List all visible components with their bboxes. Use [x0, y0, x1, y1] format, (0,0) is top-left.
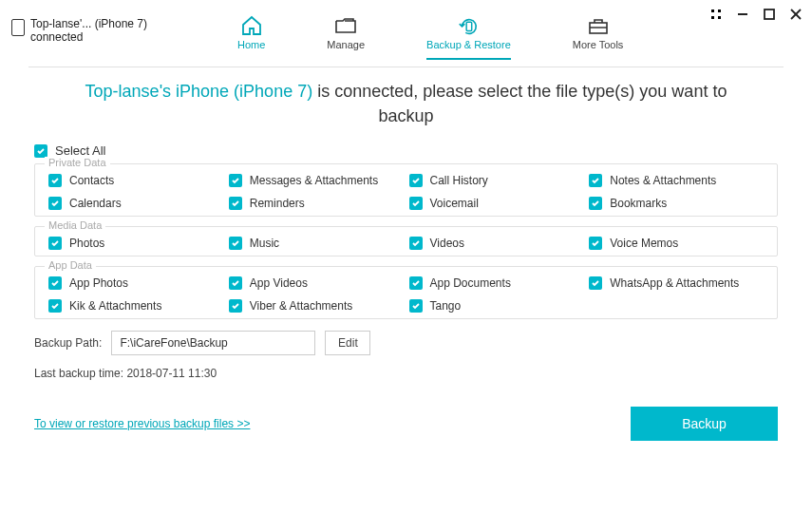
select-all-label: Select All: [55, 143, 105, 158]
restore-icon: [457, 15, 480, 36]
group-private-items: ContactsMessages & AttachmentsCall Histo…: [48, 174, 764, 210]
checkbox[interactable]: [48, 197, 62, 210]
list-item: App Photos: [48, 276, 223, 290]
edit-button[interactable]: Edit: [325, 331, 370, 355]
list-item: Notes & Attachments: [589, 174, 764, 187]
checkbox[interactable]: [48, 299, 62, 313]
nav: Home Manage Backup & Restore More Tools: [237, 0, 623, 60]
checkbox[interactable]: [229, 299, 242, 313]
item-label: Call History: [430, 174, 488, 187]
group-app: App Data App PhotosApp VideosApp Documen…: [34, 266, 778, 319]
backup-path-row: Backup Path: Edit: [34, 331, 747, 355]
list-item: Call History: [409, 174, 584, 187]
nav-manage[interactable]: Manage: [327, 15, 365, 60]
item-label: Voicemail: [430, 197, 479, 210]
item-label: Messages & Attachments: [250, 174, 378, 187]
list-item: Kik & Attachments: [48, 299, 223, 313]
checkbox[interactable]: [409, 174, 423, 187]
device-text: Top-lanse'... (iPhone 7) connected: [30, 17, 147, 44]
checkbox[interactable]: [409, 299, 423, 313]
nav-backup[interactable]: Backup & Restore: [426, 15, 511, 60]
checkbox[interactable]: [409, 237, 423, 250]
group-private: Private Data ContactsMessages & Attachme…: [34, 163, 778, 217]
checkbox[interactable]: [229, 237, 242, 250]
footer: To view or restore previous backup files…: [34, 407, 778, 441]
item-label: Tango: [430, 299, 462, 313]
list-item: App Documents: [409, 276, 584, 290]
last-backup-time: Last backup time: 2018-07-11 11:30: [34, 367, 747, 380]
list-item: Videos: [409, 237, 584, 250]
phone-icon: [11, 19, 25, 36]
group-private-title: Private Data: [45, 157, 110, 168]
minimize-icon[interactable]: [736, 8, 749, 21]
close-icon[interactable]: [789, 8, 803, 21]
checkbox[interactable]: [409, 276, 423, 290]
item-label: Notes & Attachments: [610, 174, 716, 187]
nav-tools-label: More Tools: [573, 39, 624, 50]
checkbox[interactable]: [589, 276, 602, 290]
nav-home[interactable]: Home: [237, 15, 265, 60]
nav-home-label: Home: [237, 39, 265, 50]
svg-rect-5: [718, 16, 721, 19]
checkbox[interactable]: [229, 174, 242, 187]
checkbox[interactable]: [229, 197, 242, 210]
nav-tools[interactable]: More Tools: [573, 15, 624, 60]
backup-path-input[interactable]: [111, 331, 315, 355]
item-label: Voice Memos: [610, 237, 678, 250]
svg-rect-2: [711, 10, 714, 12]
headline: Top-lanse's iPhone (iPhone 7) is connect…: [65, 79, 747, 128]
list-item: App Videos: [229, 276, 404, 290]
list-item: Music: [229, 237, 404, 250]
group-app-title: App Data: [45, 259, 96, 271]
toolbox-icon: [587, 15, 610, 36]
checkbox[interactable]: [409, 197, 423, 210]
item-label: Kik & Attachments: [69, 299, 161, 313]
svg-rect-4: [718, 10, 721, 12]
item-label: Reminders: [250, 197, 305, 210]
home-icon: [240, 15, 263, 36]
checkbox[interactable]: [48, 174, 62, 187]
previous-backups-link[interactable]: To view or restore previous backup files…: [34, 417, 250, 430]
maximize-icon[interactable]: [763, 8, 776, 21]
backup-button[interactable]: Backup: [631, 407, 778, 441]
svg-rect-3: [711, 16, 714, 19]
svg-rect-7: [765, 10, 774, 19]
backup-path-label: Backup Path:: [34, 336, 102, 350]
list-item: WhatsApp & Attachments: [589, 276, 764, 290]
nav-backup-label: Backup & Restore: [426, 39, 511, 50]
select-all-checkbox[interactable]: [34, 144, 47, 158]
menu-icon[interactable]: [709, 8, 723, 21]
list-item: Voicemail: [409, 197, 584, 210]
window-controls: [709, 8, 803, 21]
list-item: Voice Memos: [589, 237, 764, 250]
item-label: Videos: [430, 237, 464, 250]
item-label: WhatsApp & Attachments: [610, 276, 739, 290]
checkbox[interactable]: [589, 197, 602, 210]
group-media: Media Data PhotosMusicVideosVoice Memos: [34, 226, 778, 256]
checkbox[interactable]: [589, 237, 602, 250]
item-label: Viber & Attachments: [250, 299, 353, 313]
item-label: Bookmarks: [610, 197, 667, 210]
checkbox[interactable]: [48, 276, 62, 290]
device-info: Top-lanse'... (iPhone 7) connected: [0, 0, 209, 61]
list-item: Messages & Attachments: [229, 174, 404, 187]
item-label: Calendars: [69, 197, 122, 210]
device-name: Top-lanse'... (iPhone 7): [30, 17, 147, 30]
group-media-title: Media Data: [45, 219, 105, 231]
checkbox[interactable]: [48, 237, 62, 250]
list-item: Photos: [48, 237, 223, 250]
checkbox[interactable]: [229, 276, 242, 290]
headline-device: Top-lanse's iPhone (iPhone 7): [85, 82, 313, 101]
select-all-row: Select All: [34, 143, 747, 158]
device-status: connected: [30, 30, 147, 44]
checkbox[interactable]: [589, 174, 602, 187]
list-item: Bookmarks: [589, 197, 764, 210]
list-item: Tango: [409, 299, 584, 313]
item-label: App Photos: [69, 276, 128, 290]
svg-rect-0: [467, 22, 473, 30]
item-label: Photos: [69, 237, 104, 250]
item-label: App Documents: [430, 276, 511, 290]
item-label: Contacts: [69, 174, 114, 187]
item-label: App Videos: [250, 276, 308, 290]
content: Top-lanse's iPhone (iPhone 7) is connect…: [0, 67, 812, 441]
